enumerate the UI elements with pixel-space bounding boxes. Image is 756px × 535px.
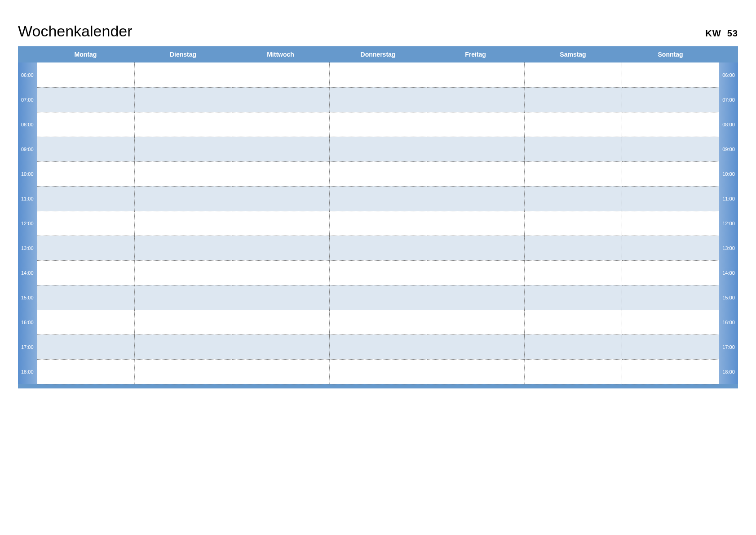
time-slot[interactable] xyxy=(329,285,427,310)
time-slot[interactable] xyxy=(524,285,622,310)
time-slot[interactable] xyxy=(37,359,134,384)
time-slot[interactable] xyxy=(427,260,524,285)
time-slot[interactable] xyxy=(622,236,719,260)
time-slot[interactable] xyxy=(134,186,232,211)
time-slot[interactable] xyxy=(427,112,524,137)
time-slot[interactable] xyxy=(232,112,329,137)
time-slot[interactable] xyxy=(622,137,719,161)
time-slot[interactable] xyxy=(329,211,427,236)
time-slot[interactable] xyxy=(329,236,427,260)
time-slot[interactable] xyxy=(232,359,329,384)
time-slot[interactable] xyxy=(524,161,622,186)
time-slot[interactable] xyxy=(427,359,524,384)
time-label-right: 12:00 xyxy=(719,211,738,236)
hour-row: 08:0008:00 xyxy=(18,112,738,137)
time-slot[interactable] xyxy=(37,137,134,161)
time-slot[interactable] xyxy=(37,236,134,260)
time-slot[interactable] xyxy=(524,87,622,112)
time-slot[interactable] xyxy=(232,310,329,334)
time-slot[interactable] xyxy=(427,334,524,359)
time-label-left: 12:00 xyxy=(18,211,37,236)
time-label-right: 17:00 xyxy=(719,334,738,359)
time-slot[interactable] xyxy=(232,334,329,359)
time-slot[interactable] xyxy=(622,186,719,211)
time-slot[interactable] xyxy=(622,334,719,359)
time-slot[interactable] xyxy=(427,211,524,236)
time-slot[interactable] xyxy=(622,310,719,334)
time-slot[interactable] xyxy=(329,359,427,384)
time-slot[interactable] xyxy=(134,260,232,285)
time-slot[interactable] xyxy=(622,62,719,87)
time-slot[interactable] xyxy=(329,137,427,161)
time-slot[interactable] xyxy=(524,236,622,260)
time-slot[interactable] xyxy=(134,112,232,137)
time-slot[interactable] xyxy=(427,62,524,87)
time-slot[interactable] xyxy=(524,359,622,384)
time-slot[interactable] xyxy=(232,211,329,236)
time-slot[interactable] xyxy=(232,87,329,112)
time-slot[interactable] xyxy=(427,310,524,334)
time-slot[interactable] xyxy=(622,359,719,384)
time-slot[interactable] xyxy=(329,334,427,359)
day-header: Montag xyxy=(37,46,134,62)
week-number: KW 53 xyxy=(705,28,738,39)
time-slot[interactable] xyxy=(622,285,719,310)
time-slot[interactable] xyxy=(134,310,232,334)
time-slot[interactable] xyxy=(524,260,622,285)
time-slot[interactable] xyxy=(134,236,232,260)
time-slot[interactable] xyxy=(232,137,329,161)
time-slot[interactable] xyxy=(524,112,622,137)
time-slot[interactable] xyxy=(329,260,427,285)
time-slot[interactable] xyxy=(37,186,134,211)
time-slot[interactable] xyxy=(427,285,524,310)
time-slot[interactable] xyxy=(134,161,232,186)
time-slot[interactable] xyxy=(37,285,134,310)
time-slot[interactable] xyxy=(134,211,232,236)
time-slot[interactable] xyxy=(524,310,622,334)
time-slot[interactable] xyxy=(329,87,427,112)
time-slot[interactable] xyxy=(37,161,134,186)
time-slot[interactable] xyxy=(427,87,524,112)
time-slot[interactable] xyxy=(232,161,329,186)
time-slot[interactable] xyxy=(37,112,134,137)
time-slot[interactable] xyxy=(622,211,719,236)
time-slot[interactable] xyxy=(37,310,134,334)
time-slot[interactable] xyxy=(622,87,719,112)
time-slot[interactable] xyxy=(134,285,232,310)
hour-row: 17:0017:00 xyxy=(18,334,738,359)
time-slot[interactable] xyxy=(134,87,232,112)
time-slot[interactable] xyxy=(524,211,622,236)
time-slot[interactable] xyxy=(134,137,232,161)
time-slot[interactable] xyxy=(37,87,134,112)
time-slot[interactable] xyxy=(427,137,524,161)
time-slot[interactable] xyxy=(37,211,134,236)
time-slot[interactable] xyxy=(134,359,232,384)
time-slot[interactable] xyxy=(37,260,134,285)
time-slot[interactable] xyxy=(37,334,134,359)
time-slot[interactable] xyxy=(329,62,427,87)
time-slot[interactable] xyxy=(329,161,427,186)
time-slot[interactable] xyxy=(622,112,719,137)
time-label-right: 08:00 xyxy=(719,112,738,137)
time-slot[interactable] xyxy=(329,310,427,334)
time-slot[interactable] xyxy=(37,62,134,87)
time-label-left: 15:00 xyxy=(18,285,37,310)
time-slot[interactable] xyxy=(329,186,427,211)
time-slot[interactable] xyxy=(232,260,329,285)
time-slot[interactable] xyxy=(134,334,232,359)
time-slot[interactable] xyxy=(622,260,719,285)
time-slot[interactable] xyxy=(134,62,232,87)
time-slot[interactable] xyxy=(427,161,524,186)
time-slot[interactable] xyxy=(427,186,524,211)
time-slot[interactable] xyxy=(427,236,524,260)
time-slot[interactable] xyxy=(524,334,622,359)
time-slot[interactable] xyxy=(232,285,329,310)
time-slot[interactable] xyxy=(329,112,427,137)
time-slot[interactable] xyxy=(524,186,622,211)
time-slot[interactable] xyxy=(232,186,329,211)
time-slot[interactable] xyxy=(524,62,622,87)
time-slot[interactable] xyxy=(232,62,329,87)
time-slot[interactable] xyxy=(232,236,329,260)
time-slot[interactable] xyxy=(524,137,622,161)
time-slot[interactable] xyxy=(622,161,719,186)
